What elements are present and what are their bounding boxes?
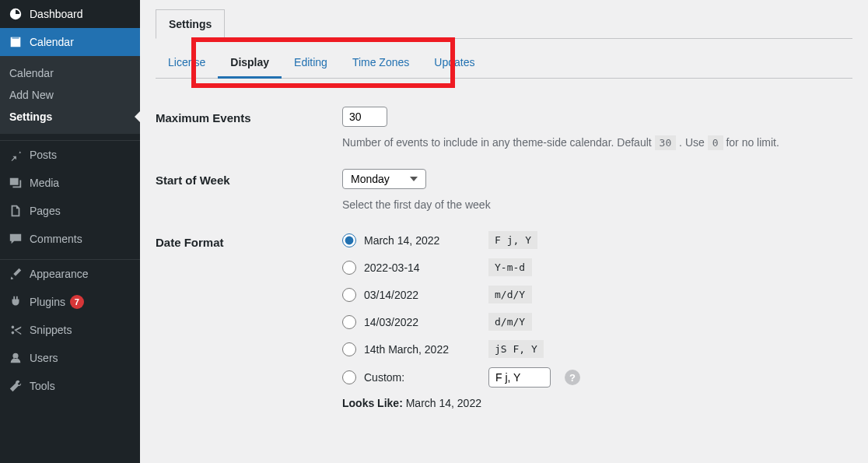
looks-like-preview: Looks Like: March 14, 2022	[342, 397, 852, 409]
date-format-custom-label: Custom:	[364, 371, 481, 384]
plugin-icon	[8, 294, 23, 310]
pages-icon	[8, 203, 23, 219]
sidebar-item-posts[interactable]: Posts	[0, 141, 140, 169]
date-format-option[interactable]: March 14, 2022F j, Y	[342, 231, 852, 249]
sidebar-label: Users	[30, 352, 58, 364]
date-format-code: m/d/Y	[488, 286, 532, 303]
sidebar-item-pages[interactable]: Pages	[0, 197, 140, 225]
date-format-custom-option[interactable]: Custom:?	[342, 367, 852, 388]
date-format-option[interactable]: 14th March, 2022jS F, Y	[342, 340, 852, 358]
sidebar-label: Tools	[30, 380, 55, 392]
admin-sidebar: Dashboard Calendar Calendar Add New Sett…	[0, 0, 140, 463]
dashboard-icon	[8, 6, 23, 22]
row-start-of-week: Start of Week Monday Select the first da…	[156, 169, 852, 211]
sidebar-label: Plugins	[30, 296, 65, 308]
scissors-icon	[8, 322, 23, 338]
field-label: Date Format	[156, 231, 342, 409]
sidebar-label: Appearance	[30, 268, 89, 280]
sidebar-item-comments[interactable]: Comments	[0, 225, 140, 253]
help-icon[interactable]: ?	[565, 370, 580, 385]
date-format-custom-input[interactable]	[488, 367, 551, 388]
date-format-display: 14/03/2022	[364, 316, 481, 328]
user-icon	[8, 350, 23, 366]
pin-icon	[8, 147, 23, 163]
update-count-badge: 7	[70, 295, 84, 309]
date-format-display: 03/14/2022	[364, 289, 481, 301]
sidebar-submenu: Calendar Add New Settings	[0, 56, 140, 134]
settings-form: Maximum Events Number of events to inclu…	[156, 107, 852, 409]
sidebar-item-plugins[interactable]: Plugins 7	[0, 288, 140, 316]
primary-tabs: Settings	[156, 9, 852, 39]
tab-editing[interactable]: Editing	[282, 48, 340, 78]
submenu-settings[interactable]: Settings	[0, 106, 140, 128]
code-default: 30	[655, 135, 677, 150]
date-format-radio[interactable]	[342, 288, 356, 302]
tab-display[interactable]: Display	[218, 48, 282, 79]
sidebar-label: Media	[30, 177, 59, 189]
sidebar-label: Posts	[30, 149, 57, 161]
date-format-code: F j, Y	[488, 231, 537, 249]
field-description: Select the first day of the week	[342, 198, 852, 211]
tab-time-zones[interactable]: Time Zones	[340, 48, 422, 78]
code-zero: 0	[708, 135, 723, 150]
date-format-display: 14th March, 2022	[364, 343, 481, 356]
date-format-radio[interactable]	[342, 370, 356, 384]
date-format-radio[interactable]	[342, 233, 356, 247]
date-format-radio[interactable]	[342, 261, 356, 275]
tab-settings[interactable]: Settings	[156, 9, 225, 39]
sidebar-label: Comments	[30, 233, 82, 245]
sidebar-label: Pages	[30, 205, 61, 217]
sidebar-label: Calendar	[30, 36, 74, 48]
main-content: Settings License Display Editing Time Zo…	[140, 0, 868, 463]
date-format-option[interactable]: 14/03/2022d/m/Y	[342, 313, 852, 331]
field-description: Number of events to include in any theme…	[342, 136, 852, 149]
wrench-icon	[8, 378, 23, 394]
date-format-radio[interactable]	[342, 315, 356, 329]
date-format-option[interactable]: 03/14/2022m/d/Y	[342, 286, 852, 303]
sidebar-item-dashboard[interactable]: Dashboard	[0, 0, 140, 28]
date-format-display: March 14, 2022	[364, 234, 481, 247]
tab-license[interactable]: License	[156, 48, 218, 78]
brush-icon	[8, 266, 23, 282]
tab-updates[interactable]: Updates	[422, 48, 487, 78]
date-format-code: jS F, Y	[488, 340, 544, 358]
sidebar-item-appearance[interactable]: Appearance	[0, 260, 140, 288]
secondary-tabs: License Display Editing Time Zones Updat…	[156, 48, 852, 79]
field-label: Start of Week	[156, 169, 342, 211]
submenu-add-new[interactable]: Add New	[0, 84, 140, 106]
sidebar-item-calendar[interactable]: Calendar	[0, 28, 140, 56]
submenu-calendar[interactable]: Calendar	[0, 62, 140, 84]
media-icon	[8, 175, 23, 191]
date-format-radio[interactable]	[342, 342, 356, 356]
sidebar-label: Dashboard	[30, 8, 83, 20]
date-format-option[interactable]: 2022-03-14Y-m-d	[342, 258, 852, 276]
row-date-format: Date Format March 14, 2022F j, Y2022-03-…	[156, 231, 852, 409]
start-of-week-select[interactable]: Monday	[342, 169, 426, 189]
sidebar-item-snippets[interactable]: Snippets	[0, 316, 140, 344]
maximum-events-input[interactable]	[342, 107, 387, 127]
comments-icon	[8, 231, 23, 247]
sidebar-item-tools[interactable]: Tools	[0, 372, 140, 400]
date-format-code: d/m/Y	[488, 313, 532, 331]
sidebar-item-media[interactable]: Media	[0, 169, 140, 197]
date-format-display: 2022-03-14	[364, 261, 481, 274]
sidebar-item-users[interactable]: Users	[0, 344, 140, 372]
sidebar-label: Snippets	[30, 324, 72, 336]
row-maximum-events: Maximum Events Number of events to inclu…	[156, 107, 852, 149]
field-label: Maximum Events	[156, 107, 342, 149]
date-format-code: Y-m-d	[488, 258, 532, 276]
calendar-icon	[8, 34, 23, 50]
